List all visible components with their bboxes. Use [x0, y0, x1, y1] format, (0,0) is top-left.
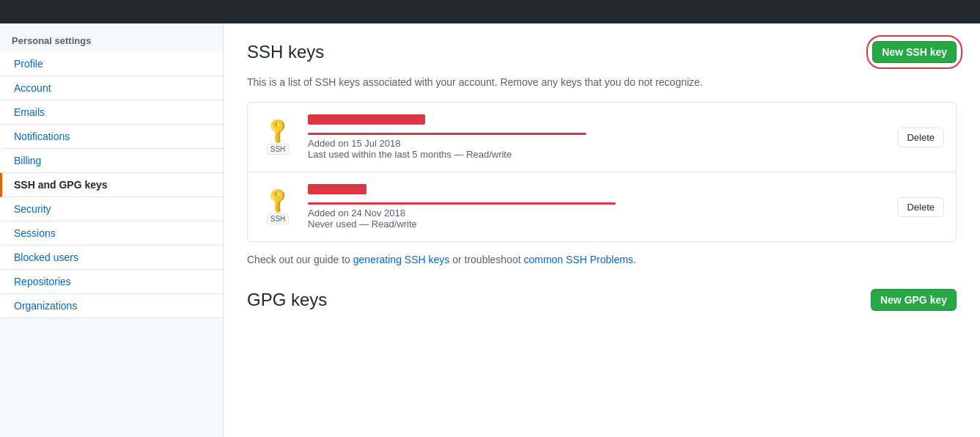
- gpg-section-header: GPG keys New GPG key: [247, 289, 957, 311]
- generating-ssh-keys-link[interactable]: generating SSH keys: [353, 254, 450, 265]
- key-details-2: Added on 24 Nov 2018 Never used — Read/w…: [308, 184, 885, 229]
- key-icon-area: 🔑 SSH: [259, 120, 296, 155]
- sidebar: Personal settings Profile Account Emails…: [0, 23, 224, 437]
- delete-key-1-button[interactable]: Delete: [897, 128, 944, 147]
- ssh-section-title: SSH keys: [247, 42, 324, 62]
- key-name-bar-2: [308, 184, 366, 194]
- key-icon: 🔑: [262, 115, 292, 145]
- key-details: Added on 15 Jul 2018 Last used within th…: [308, 114, 885, 160]
- sidebar-item-profile[interactable]: Profile: [0, 52, 223, 76]
- ssh-key-list: 🔑 SSH Added on 15 Jul 2018 Last used wit…: [247, 102, 957, 242]
- sidebar-item-organizations[interactable]: Organizations: [0, 294, 223, 318]
- key-name-bar: [308, 114, 425, 125]
- key-name-redacted: [308, 114, 885, 130]
- sidebar-item-emails[interactable]: Emails: [0, 100, 223, 125]
- key-fingerprint-area-2: [308, 202, 885, 205]
- ssh-footer-text: Check out our guide to generating SSH ke…: [247, 254, 957, 265]
- key-fingerprint-area: [308, 133, 885, 135]
- key-fingerprint-bar: [308, 133, 586, 135]
- sidebar-item-account[interactable]: Account: [0, 76, 223, 100]
- table-row: 🔑 SSH Added on 15 Jul 2018 Last used wit…: [248, 103, 956, 172]
- key-name-redacted-2: [308, 184, 885, 199]
- ssh-description: This is a list of SSH keys associated wi…: [247, 75, 957, 90]
- common-ssh-problems-link[interactable]: common SSH Problems: [523, 254, 633, 265]
- sidebar-title: Personal settings: [0, 23, 223, 52]
- table-row: 🔑 SSH Added on 24 Nov 2018 Never used — …: [248, 172, 956, 241]
- delete-key-2-button[interactable]: Delete: [897, 197, 944, 217]
- sidebar-item-billing[interactable]: Billing: [0, 149, 223, 173]
- new-ssh-key-button[interactable]: New SSH key: [872, 41, 957, 63]
- main-content: SSH keys New SSH key This is a list of S…: [224, 23, 980, 437]
- key-last-used-2: Never used — Read/write: [308, 218, 885, 229]
- sidebar-item-ssh-gpg-keys[interactable]: SSH and GPG keys: [0, 173, 223, 197]
- sidebar-item-repositories[interactable]: Repositories: [0, 270, 223, 294]
- gpg-section: GPG keys New GPG key: [247, 289, 957, 311]
- ssh-section-header: SSH keys New SSH key: [247, 41, 957, 63]
- key-icon-area-2: 🔑 SSH: [259, 190, 296, 224]
- sidebar-item-sessions[interactable]: Sessions: [0, 221, 223, 246]
- sidebar-item-blocked-users[interactable]: Blocked users: [0, 246, 223, 270]
- page-layout: Personal settings Profile Account Emails…: [0, 23, 980, 437]
- new-gpg-key-button[interactable]: New GPG key: [871, 289, 957, 311]
- key-icon-2: 🔑: [262, 185, 292, 215]
- key-added-2: Added on 24 Nov 2018: [308, 208, 885, 218]
- sidebar-item-notifications[interactable]: Notifications: [0, 125, 223, 149]
- top-navigation-bar: [0, 0, 980, 23]
- key-last-used: Last used within the last 5 months — Rea…: [308, 149, 885, 160]
- gpg-section-title: GPG keys: [247, 290, 327, 310]
- new-ssh-key-button-wrapper: New SSH key: [872, 41, 957, 63]
- sidebar-item-security[interactable]: Security: [0, 197, 223, 221]
- key-fingerprint-bar-2: [308, 202, 616, 205]
- key-added: Added on 15 Jul 2018: [308, 138, 885, 149]
